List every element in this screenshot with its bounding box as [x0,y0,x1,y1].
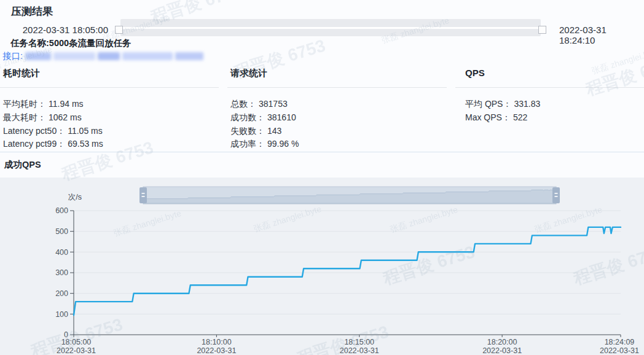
x-axis-label-date: 2022-03-31 [482,346,522,355]
stat-row: 成功率：99.96 % [230,138,299,151]
x-axis-label-date: 2022-03-31 [340,346,379,355]
latency-section-title: 耗时统计 [3,68,40,79]
requests-section-title: 请求统计 [230,68,267,79]
handle-grip-icon [555,193,558,194]
handle-grip-icon [142,196,145,197]
y-axis-label: 400 [55,248,68,257]
datazoom-left-handle[interactable] [139,187,147,203]
time-range-slider-rail [120,27,541,29]
requests-stats: 总数：381753 成功数：381610 失败数：143 成功率：99.96 % [230,98,299,151]
divider [227,87,447,88]
time-range-slider[interactable] [120,19,541,36]
x-axis-label-time: 18:05:00 [61,338,92,346]
time-range-slider-right-handle[interactable] [538,26,546,34]
x-axis-label-time: 18:20:00 [487,338,517,346]
x-axis-label-date: 2022-03-31 [600,346,639,355]
api-redacted-blur [98,52,120,60]
datazoom-right-handle[interactable] [552,187,560,203]
stat-row: 失败数：143 [230,125,299,138]
x-axis-label-date: 2022-03-31 [197,346,236,355]
stat-row: 平均 QPS：331.83 [465,98,540,111]
api-redacted-blur [175,52,203,60]
x-axis-label-time: 18:24:09 [605,338,635,346]
x-axis-label-time: 18:10:00 [202,338,232,346]
stat-row: Max QPS：522 [465,111,540,125]
stat-row: 平均耗时：11.94 ms [3,98,103,111]
stat-row: Latency pct99：69.53 ms [3,138,103,151]
watermark-text: 张磊 zhanglei.byte [591,46,644,77]
api-label: 接口: [2,51,23,61]
y-axis-label: 600 [55,206,68,215]
time-range-end-label: 2022-03-31 18:24:10 [559,25,644,45]
y-axis-label: 200 [55,289,68,298]
api-redacted-blur [122,52,173,60]
stat-row: 总数：381753 [230,98,299,111]
y-axis-label: 300 [55,268,68,277]
time-range-slider-left-handle[interactable] [115,26,123,34]
divider [455,87,644,88]
qps-stats: 平均 QPS：331.83 Max QPS：522 [465,98,540,125]
stat-row: 最大耗时：1062 ms [3,111,103,125]
x-axis-label-time: 18:15:00 [344,338,374,346]
qps-line-series [74,227,621,315]
y-axis-label: 100 [55,310,68,319]
watermark-text: 程晋俊 6753 [583,51,644,101]
qps-chart-panel[interactable]: 0100200300400500600次/s18:05:002022-03-31… [0,178,644,355]
task-name-label: 任务名称:5000条流量回放任务 [10,37,132,49]
y-axis-unit-label: 次/s [68,193,82,201]
latency-stats: 平均耗时：11.94 ms 最大耗时：1062 ms Latency pct50… [3,98,103,151]
qps-section-title: QPS [465,68,485,78]
stat-row: Latency pct50：11.05 ms [3,125,103,138]
page-title: 压测结果 [11,4,53,18]
y-axis-label: 500 [55,227,68,236]
chart-section-title: 成功QPS [4,159,41,171]
time-range-start-label: 2022-03-31 18:05:00 [16,25,108,35]
x-axis-label-date: 2022-03-31 [57,346,96,355]
divider [0,152,644,152]
handle-grip-icon [142,193,145,194]
api-row: 接口: [2,50,203,62]
handle-grip-icon [555,196,558,197]
qps-chart-svg[interactable]: 0100200300400500600次/s18:05:002022-03-31… [0,178,644,355]
api-redacted-blur [25,52,51,60]
api-redacted-blur [53,52,95,60]
divider [0,87,219,88]
stat-row: 成功数：381610 [230,111,299,125]
